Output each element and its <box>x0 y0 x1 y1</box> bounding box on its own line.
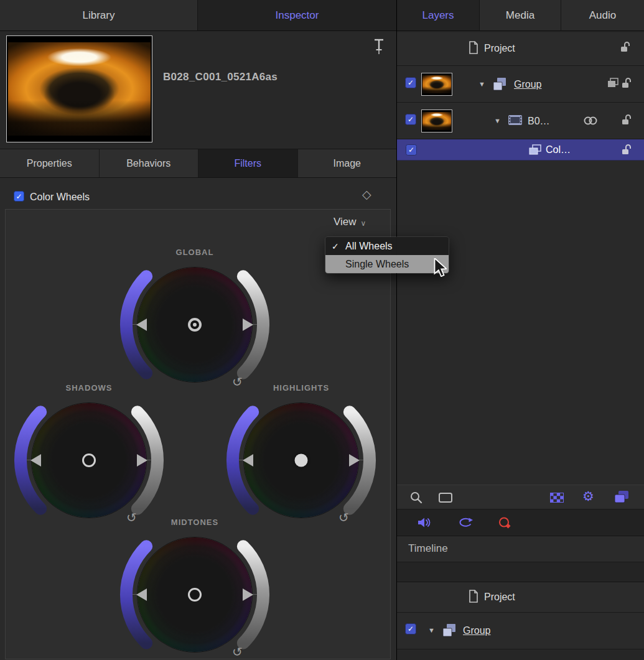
layer-row-color-wheels[interactable]: ✓ Col… <box>397 139 644 160</box>
disclosure-triangle[interactable]: ▼ <box>428 626 435 634</box>
check-icon: ✓ <box>408 79 414 86</box>
lock-icon[interactable] <box>621 143 632 156</box>
layer-row-clip[interactable]: ✓ ▼ B0… <box>397 103 644 139</box>
tab-behaviors-label: Behaviors <box>126 158 170 169</box>
layer-label[interactable]: Group <box>514 79 541 90</box>
menu-item-label: Single Wheels <box>345 259 409 270</box>
check-icon: ✓ <box>408 116 414 123</box>
mouse-cursor <box>434 258 447 277</box>
tab-library[interactable]: Library <box>0 0 198 31</box>
filter-stack-icon <box>528 144 542 156</box>
tab-library-label: Library <box>83 9 115 22</box>
tab-image[interactable]: Image <box>298 149 397 177</box>
lock-icon[interactable] <box>621 113 632 126</box>
group-badge-icon <box>607 78 619 89</box>
timeline-title: Timeline <box>408 542 448 555</box>
record-icon[interactable] <box>498 516 513 530</box>
tab-media-label: Media <box>506 9 534 22</box>
layer-thumbnail <box>421 73 452 96</box>
preview-image <box>8 42 151 136</box>
project-label: Project <box>484 592 515 603</box>
timeline-row-group[interactable]: ✓ ▼ Group <box>397 613 644 649</box>
inspector-header: B028_C001_0521A6as <box>0 31 396 149</box>
layers-stack-icon[interactable] <box>614 490 630 504</box>
pin-icon[interactable] <box>372 37 386 56</box>
check-icon: ✓ <box>408 625 414 633</box>
tab-filters[interactable]: Filters <box>198 149 298 177</box>
search-icon[interactable] <box>409 491 423 504</box>
document-icon <box>469 41 478 55</box>
timeline-row-project[interactable]: Project <box>397 582 644 613</box>
layers-toolbar: ⚙ <box>397 485 644 509</box>
disclosure-triangle[interactable]: ▼ <box>478 80 485 88</box>
tab-filters-label: Filters <box>234 158 261 169</box>
chevron-down-icon: ∨ <box>361 219 366 228</box>
layer-checkbox[interactable]: ✓ <box>405 77 416 88</box>
tab-audio[interactable]: Audio <box>561 0 644 31</box>
left-arrow-icon[interactable] <box>30 454 41 467</box>
left-arrow-icon[interactable] <box>136 588 147 601</box>
frame-icon[interactable] <box>438 491 453 504</box>
tab-properties-label: Properties <box>27 158 72 169</box>
loop-icon[interactable] <box>457 517 474 528</box>
wheel-puck[interactable] <box>295 454 308 467</box>
layer-checkbox[interactable]: ✓ <box>406 144 417 156</box>
inspector-sub-tabs: Properties Behaviors Filters Image <box>0 149 396 178</box>
reset-icon[interactable]: ↺ <box>338 510 349 525</box>
view-dropdown[interactable]: View ∨ <box>334 216 366 228</box>
link-icon[interactable] <box>582 116 599 126</box>
layer-label[interactable]: B0… <box>528 116 550 127</box>
disclosure-triangle[interactable]: ▼ <box>494 117 501 124</box>
right-arrow-icon[interactable] <box>137 454 147 467</box>
keyframe-diamond-icon[interactable]: ◇ <box>362 187 371 202</box>
right-arrow-icon[interactable] <box>243 588 253 601</box>
check-icon: ✓ <box>408 146 414 154</box>
wheel-puck[interactable] <box>82 453 96 467</box>
tab-image-label: Image <box>334 158 361 169</box>
speaker-icon[interactable] <box>417 517 432 528</box>
left-arrow-icon[interactable] <box>243 454 253 467</box>
layer-label[interactable]: Col… <box>546 144 571 156</box>
filmstrip-icon <box>508 114 523 126</box>
check-icon: ✓ <box>332 241 345 251</box>
layer-row-project[interactable]: Project <box>397 32 644 66</box>
right-arrow-icon[interactable] <box>349 454 360 467</box>
clip-title: B028_C001_0521A6as <box>163 71 278 83</box>
tab-layers-label: Layers <box>422 9 454 22</box>
view-menu: ✓ All Wheels Single Wheels <box>325 236 449 274</box>
tab-inspector[interactable]: Inspector <box>198 0 396 31</box>
layer-thumbnail <box>421 109 452 132</box>
view-dropdown-label: View <box>334 216 357 228</box>
wheel-puck[interactable] <box>188 588 202 602</box>
tab-media[interactable]: Media <box>479 0 561 31</box>
layer-checkbox[interactable]: ✓ <box>405 114 416 125</box>
group-icon <box>492 77 507 91</box>
wheel-puck[interactable] <box>188 318 202 332</box>
lock-icon[interactable] <box>621 77 632 89</box>
check-icon: ✓ <box>16 193 22 200</box>
menu-item-single-wheels[interactable]: Single Wheels <box>325 255 449 273</box>
right-arrow-icon[interactable] <box>243 318 253 331</box>
motion-window: Library Inspector B028_C001_0521A6as Pro… <box>0 0 644 660</box>
tab-properties[interactable]: Properties <box>0 149 100 177</box>
tab-audio-label: Audio <box>589 9 616 22</box>
filter-enable-checkbox[interactable]: ✓ <box>14 191 24 202</box>
lock-icon[interactable] <box>620 40 630 53</box>
reset-icon[interactable]: ↺ <box>232 644 243 659</box>
timeline-ruler-strip <box>397 562 644 582</box>
layer-label[interactable]: Group <box>463 625 490 636</box>
gear-icon[interactable]: ⚙ <box>582 490 594 503</box>
color-wheel-midtones[interactable]: MIDTONES ↺ <box>114 514 276 660</box>
wheel-slider-arcs[interactable] <box>114 514 276 660</box>
tab-behaviors[interactable]: Behaviors <box>100 149 199 177</box>
layer-row-group[interactable]: ✓ ▼ Group <box>397 66 644 103</box>
left-arrow-icon[interactable] <box>136 318 147 331</box>
tab-layers[interactable]: Layers <box>397 0 479 31</box>
checkerboard-icon[interactable] <box>550 493 564 503</box>
audio-controls-bar <box>397 509 644 536</box>
layers-empty-area <box>397 160 644 485</box>
layer-checkbox[interactable]: ✓ <box>405 623 416 634</box>
menu-item-all-wheels[interactable]: ✓ All Wheels <box>325 237 449 255</box>
group-icon <box>442 623 457 637</box>
timeline-header: Timeline <box>397 536 644 562</box>
